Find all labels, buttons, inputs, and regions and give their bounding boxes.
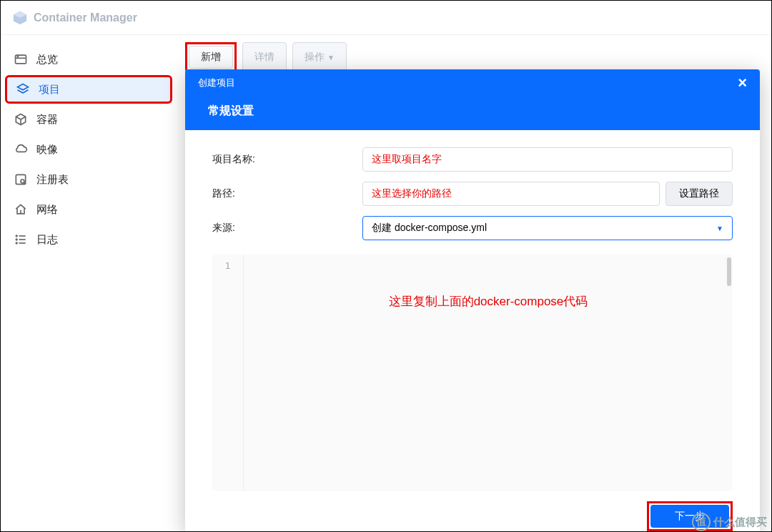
set-path-button[interactable]: 设置路径 [665, 182, 733, 206]
sidebar-item-image[interactable]: 映像 [5, 135, 172, 164]
main-area: 新增 详情 操作 ▼ 创建项目 × 常规设置 项目名称: 这里取项目名字 [177, 35, 771, 531]
toolbar: 新增 详情 操作 ▼ [185, 42, 760, 72]
svg-point-14 [16, 239, 17, 240]
list-icon [14, 232, 28, 247]
app-title: Container Manager [34, 11, 137, 24]
svg-point-15 [16, 242, 17, 244]
svg-point-13 [16, 235, 17, 237]
source-select-value: 创建 docker-compose.yml [372, 222, 487, 235]
sidebar-item-overview[interactable]: 总览 [5, 45, 172, 74]
svg-marker-5 [18, 84, 29, 90]
app-header: Container Manager [1, 1, 771, 35]
svg-point-4 [17, 56, 18, 57]
sidebar-item-container[interactable]: 容器 [5, 105, 172, 134]
cloud-icon [14, 142, 28, 157]
app-logo-icon [12, 10, 28, 26]
editor-annotation: 这里复制上面的docker-compose代码 [244, 293, 733, 310]
source-select[interactable]: 创建 docker-compose.yml ▼ [362, 216, 733, 240]
path-input[interactable]: 这里选择你的路径 [362, 182, 660, 206]
close-icon[interactable]: × [738, 74, 747, 92]
detail-button[interactable]: 详情 [242, 42, 287, 72]
modal-section-title: 常规设置 [185, 97, 760, 130]
project-name-input[interactable]: 这里取项目名字 [362, 147, 733, 172]
sidebar-item-label: 注册表 [36, 173, 69, 187]
project-name-label: 项目名称: [212, 153, 362, 166]
sidebar-item-network[interactable]: 网络 [5, 195, 172, 224]
registry-icon [14, 172, 28, 187]
watermark-text: 什么值得买 [713, 516, 767, 529]
action-button[interactable]: 操作 ▼ [292, 42, 347, 72]
editor-scrollbar[interactable] [727, 257, 731, 286]
sidebar-item-registry[interactable]: 注册表 [5, 165, 172, 194]
chevron-down-icon: ▼ [327, 54, 335, 61]
watermark-badge: 值 [692, 513, 711, 531]
compose-editor[interactable]: 1 这里复制上面的docker-compose代码 [212, 255, 733, 491]
sidebar-item-label: 总览 [36, 53, 58, 66]
network-icon [14, 202, 28, 217]
cube-icon [14, 112, 28, 127]
source-label: 来源: [212, 222, 362, 235]
sidebar-item-label: 容器 [36, 113, 58, 127]
editor-gutter: 1 [212, 255, 244, 491]
sidebar-item-label: 日志 [36, 233, 58, 247]
sidebar-item-project[interactable]: 项目 [5, 75, 172, 104]
modal-title: 创建项目 [198, 77, 235, 89]
layers-icon [16, 82, 30, 97]
chevron-down-icon: ▼ [716, 225, 723, 232]
sidebar-item-log[interactable]: 日志 [5, 225, 172, 254]
sidebar-item-label: 网络 [36, 203, 58, 217]
modal-header: 创建项目 × [185, 69, 760, 97]
path-label: 路径: [212, 187, 362, 200]
create-project-modal: 创建项目 × 常规设置 项目名称: 这里取项目名字 路径: 这里选择你的路径 设… [185, 69, 760, 531]
sidebar-item-label: 项目 [39, 83, 60, 97]
sidebar: 总览 项目 容器 映像 注册表 网络 日志 [1, 35, 177, 531]
add-button[interactable]: 新增 [189, 46, 233, 69]
sidebar-item-label: 映像 [36, 143, 58, 157]
watermark: 值 什么值得买 [692, 513, 767, 531]
line-number: 1 [212, 260, 243, 271]
overview-icon [14, 52, 28, 66]
action-button-label: 操作 [305, 51, 325, 64]
